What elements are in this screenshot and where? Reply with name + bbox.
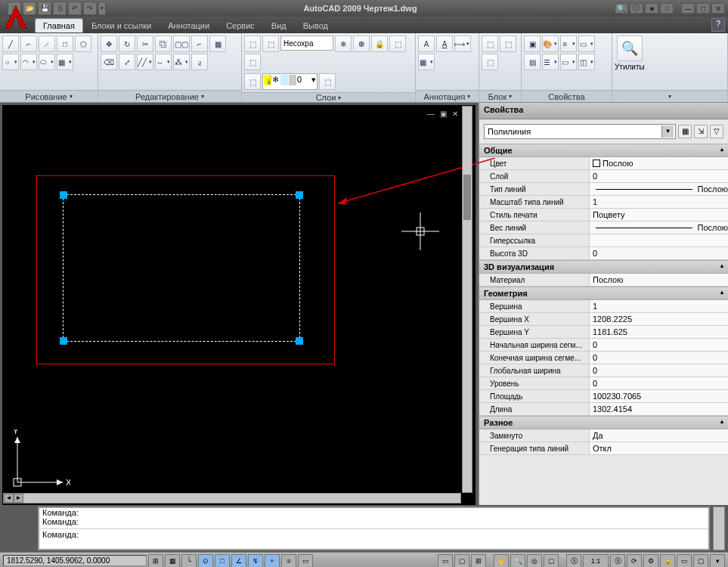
arc-icon[interactable]: ⟋ <box>39 36 55 52</box>
fillet-icon[interactable]: ⌐ <box>191 36 208 52</box>
command-line[interactable]: Команда: Команда: Команда: <box>38 507 710 550</box>
prop-value[interactable]: 1208.2225 <box>589 313 728 325</box>
prop-value[interactable]: 0 <box>589 377 728 389</box>
prop-row[interactable]: Слой0 <box>479 170 728 183</box>
favorite-icon[interactable]: ☆ <box>660 3 674 14</box>
qat-print-icon[interactable]: ⎙ <box>53 2 67 15</box>
prop-value[interactable]: Послою <box>589 274 728 286</box>
prop-row[interactable]: Конечная ширина сегме...0 <box>479 352 728 364</box>
prop-value[interactable]: Откл <box>589 442 728 454</box>
stretch-icon[interactable]: ↔ <box>155 54 172 70</box>
annoscale-icon[interactable]: Ⓐ <box>566 554 581 568</box>
polar-icon[interactable]: ⊙ <box>198 554 213 568</box>
tab-view[interactable]: Вид <box>263 18 295 33</box>
prop-value[interactable]: 1181.625 <box>589 326 728 338</box>
match-props-icon[interactable]: ▣ <box>524 36 541 52</box>
create-block-icon[interactable]: ⬚ <box>500 36 516 52</box>
panel-title-draw[interactable]: Рисование▾ <box>0 90 98 102</box>
copy-icon[interactable]: ⿻ <box>155 36 172 52</box>
pan-icon[interactable]: ✋ <box>494 554 509 568</box>
prop-value[interactable]: 100230.7065 <box>589 390 728 402</box>
insert-icon[interactable]: ⬚ <box>482 36 498 52</box>
zoom-icon[interactable]: 🔍 <box>510 554 525 568</box>
layer-filter-icon[interactable]: ⬚ <box>244 54 261 70</box>
layer-manage-icon[interactable]: ⬚ <box>244 73 261 90</box>
prop-section-head[interactable]: Разное▴ <box>479 416 728 429</box>
snap-icon[interactable]: ⊞ <box>148 554 163 568</box>
prop-section-head[interactable]: Общие▴ <box>479 144 728 157</box>
steering-icon[interactable]: ◎ <box>527 554 542 568</box>
line-icon[interactable]: ╱ <box>2 36 19 52</box>
star-icon[interactable]: ★ <box>645 3 658 14</box>
layout-grid-icon[interactable]: ⊞ <box>471 554 486 568</box>
panel-title-edit[interactable]: Редактирование▾ <box>98 90 241 102</box>
prop-row[interactable]: ЦветПослою <box>479 157 728 170</box>
doc-close-button[interactable]: ✕ <box>450 110 460 120</box>
measure-icon[interactable]: 🔍 <box>617 36 643 61</box>
vertical-scrollbar[interactable] <box>462 106 472 493</box>
coordinates-display[interactable]: 1812.5290, 1405.9062, 0.0000 <box>3 555 147 566</box>
prop-row[interactable]: Уровень0 <box>479 377 728 390</box>
text-icon[interactable]: A <box>418 36 435 52</box>
quickselect-icon[interactable]: ▦ <box>678 125 692 138</box>
scale-icon[interactable]: ⤢ <box>119 54 135 70</box>
trim-icon[interactable]: ✂ <box>137 36 153 52</box>
prop-row[interactable]: Глобальная ширина0 <box>479 364 728 377</box>
circle-icon[interactable]: ○ <box>2 54 19 70</box>
grip-tl[interactable] <box>60 191 67 199</box>
prop-row[interactable]: Площадь100230.7065 <box>479 390 728 403</box>
prop-row[interactable]: Высота 3D0 <box>479 247 728 260</box>
prop-value[interactable]: 0 <box>589 170 728 182</box>
explode-icon[interactable]: ⁂ <box>173 54 190 70</box>
prop-value[interactable]: 1 <box>589 196 728 208</box>
polyline-icon[interactable]: ⌐ <box>20 36 37 52</box>
prop-row[interactable]: Вершина Y1181.625 <box>479 326 728 339</box>
close-button[interactable]: ✕ <box>711 3 725 14</box>
transparency-icon[interactable]: ◫ <box>578 54 595 70</box>
drawing-canvas[interactable]: — ▣ ✕ X Y <box>2 105 476 505</box>
showmotion-icon[interactable]: ▢ <box>544 554 559 568</box>
prop-value[interactable]: Послою <box>589 157 728 169</box>
mirror-icon[interactable]: ▢▢ <box>173 36 190 52</box>
lineweight-icon[interactable]: ≡ <box>560 36 577 52</box>
layer-match-icon[interactable]: ⬚ <box>319 73 336 90</box>
annosync-icon[interactable]: ⟳ <box>627 554 642 568</box>
prop-row[interactable]: Вершина X1208.2225 <box>479 313 728 326</box>
panel-title-annot[interactable]: Аннотация▾ <box>416 90 479 102</box>
rotate-icon[interactable]: ↻ <box>119 36 135 52</box>
layer-freeze-icon[interactable]: ❆ <box>353 36 370 52</box>
ortho-icon[interactable]: └ <box>181 554 197 568</box>
rect-icon[interactable]: □ <box>57 36 73 52</box>
prop-row[interactable]: Генерация типа линийОткл <box>479 442 728 455</box>
cmdline-scrollbar[interactable] <box>713 507 725 550</box>
toolbar-lock-icon[interactable]: 🔒 <box>660 554 675 568</box>
doc-minimize-button[interactable]: — <box>426 110 436 120</box>
dyn-icon[interactable]: + <box>265 554 280 568</box>
tab-blocks[interactable]: Блоки и ссылки <box>83 18 160 33</box>
grid-icon[interactable]: ▦ <box>165 554 180 568</box>
edit-block-icon[interactable]: ⬚ <box>482 54 498 70</box>
app-menu-button[interactable] <box>2 3 30 32</box>
annovis-icon[interactable]: Ⓐ <box>610 554 625 568</box>
tab-annotations[interactable]: Аннотации <box>160 18 218 33</box>
array-icon[interactable]: ▦ <box>209 36 226 52</box>
panel-title-props[interactable]: Свойства <box>522 90 612 102</box>
arc2-icon[interactable]: ◠ <box>20 54 37 70</box>
prop-row[interactable]: ЗамкнутоДа <box>479 429 728 442</box>
pickadd-icon[interactable]: ⇲ <box>694 125 708 138</box>
select-objects-icon[interactable]: ▽ <box>710 125 723 138</box>
ducs-icon[interactable]: ↯ <box>248 554 263 568</box>
layer-off-icon[interactable]: ❄ <box>335 36 352 52</box>
layer-props-icon[interactable]: ⬚ <box>244 36 261 52</box>
move-icon[interactable]: ✥ <box>101 36 117 52</box>
prop-value[interactable]: 1302.4154 <box>589 403 728 415</box>
horizontal-scrollbar[interactable]: ◄► <box>3 493 461 503</box>
prop-value[interactable]: 0 <box>589 364 728 376</box>
dim-icon[interactable]: ⟼ <box>454 36 471 52</box>
prop-value[interactable]: Да <box>589 429 728 442</box>
table-icon[interactable]: ▦ <box>418 54 435 70</box>
panel-title-layers[interactable]: Слои▾ <box>242 92 415 102</box>
model-button[interactable]: ▭ <box>438 554 453 568</box>
layer-lock-icon[interactable]: 🔒 <box>371 36 388 52</box>
tab-main[interactable]: Главная <box>35 18 83 33</box>
